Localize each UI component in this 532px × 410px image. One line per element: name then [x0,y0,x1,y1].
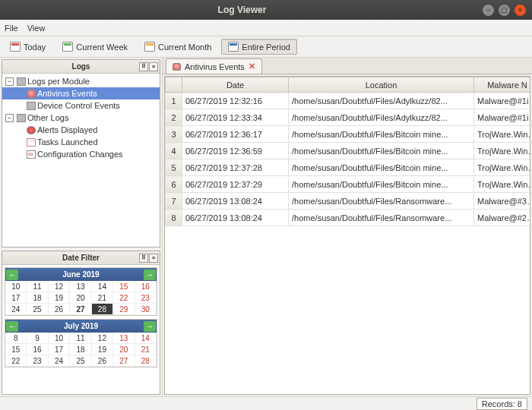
column-header-malware[interactable]: Malware N [474,77,531,93]
cell-malware: TrojWare.Win32.CoinMi [474,143,531,159]
calendar-day[interactable]: 11 [27,281,48,292]
today-button[interactable]: Today [3,39,52,55]
maximize-button[interactable]: ▢ [499,5,510,16]
menubar: File View [0,20,532,36]
menu-view[interactable]: View [27,24,46,33]
calendar-day[interactable]: 26 [49,304,70,315]
calendar-day[interactable]: 30 [135,304,157,315]
calendar-day[interactable]: 25 [70,355,91,367]
current-month-button[interactable]: Current Month [138,39,218,55]
tree-item-other-logs[interactable]: − Other Logs [2,112,160,124]
column-header-location[interactable]: Location [289,77,474,93]
folder-icon [17,114,26,122]
table-row[interactable]: 206/27/2019 12:33:34/home/susan/Doubtful… [166,109,531,126]
minimize-button[interactable]: – [483,5,494,16]
calendar-day[interactable]: 22 [113,292,135,304]
calendar-day[interactable]: 19 [92,344,113,355]
calendar-day[interactable]: 10 [5,281,27,292]
entire-period-button[interactable]: Entire Period [221,39,297,55]
logs-panel: Logs ⠿ × − Logs per Module Antivirus Eve… [2,59,160,248]
records-count: Records: 8 [477,398,527,410]
collapse-icon[interactable]: − [5,114,14,122]
calendar-day[interactable]: 18 [27,292,48,304]
calendar-month: ←June 2019→10111213141516171819202122232… [5,267,157,316]
events-grid[interactable]: Date Location Malware N 106/27/2019 12:3… [164,76,530,395]
calendar-day[interactable]: 12 [92,333,113,344]
calendar-day[interactable]: 17 [49,344,70,355]
tree-item-device-control[interactable]: Device Control Events [2,99,160,112]
current-week-button[interactable]: Current Week [55,39,135,55]
pin-icon[interactable]: ⠿ [139,62,148,71]
tree-root-logs-per-module[interactable]: − Logs per Module [2,75,160,87]
pin-icon[interactable]: ⠿ [139,254,148,263]
prev-month-icon[interactable]: ← [6,270,18,280]
calendar-day[interactable]: 23 [135,292,157,304]
calendar-day[interactable]: 27 [70,304,91,315]
calendar-day[interactable]: 24 [5,304,27,315]
cell-location: /home/susan/Doubtful/Files/Ransomware... [289,210,474,226]
calendar-day[interactable]: 14 [135,333,157,344]
calendar-day[interactable]: 19 [49,292,70,304]
table-row[interactable]: 506/27/2019 12:37:28/home/susan/Doubtful… [166,159,531,176]
calendar-day[interactable]: 20 [70,292,91,304]
tree-item-antivirus-events[interactable]: Antivirus Events [2,87,160,99]
calendar-day[interactable]: 16 [27,344,48,355]
calendar-day[interactable]: 25 [27,304,48,315]
calendar-day[interactable]: 15 [5,344,27,355]
calendar-day[interactable]: 28 [92,304,113,315]
device-icon [27,102,36,110]
alert-icon [27,126,36,134]
cell-malware: TrojWare.Win32.CoinMi [474,159,531,176]
table-row[interactable]: 106/27/2019 12:32:16/home/susan/Doubtful… [166,93,531,109]
calendar-day[interactable]: 21 [92,292,113,304]
cell-malware: Malware@#3o4z9hhlvr [474,193,531,210]
cell-location: /home/susan/Doubtful/Files/Adylkuzz/82..… [289,93,474,109]
calendar-day[interactable]: 26 [92,355,113,367]
close-panel-icon[interactable]: × [149,254,158,263]
calendar-day[interactable]: 23 [27,355,48,367]
tree-item-config[interactable]: Configuration Changes [2,148,160,160]
close-panel-icon[interactable]: × [149,62,158,71]
table-row[interactable]: 306/27/2019 12:36:17/home/susan/Doubtful… [166,126,531,143]
calendar-day[interactable]: 11 [70,333,91,344]
calendar-day[interactable]: 27 [113,355,135,367]
tree-item-tasks[interactable]: Tasks Launched [2,136,160,148]
statusbar: Records: 8 [0,396,532,410]
next-month-icon[interactable]: → [144,321,156,332]
cell-date: 06/27/2019 12:36:59 [182,143,289,159]
main-area: Antivirus Events ✕ Date Location Malware… [163,58,532,396]
calendar-day[interactable]: 28 [135,355,157,367]
close-button[interactable]: × [515,5,526,16]
calendar-day[interactable]: 22 [5,355,27,367]
calendar-day[interactable]: 15 [113,281,135,292]
calendar-day[interactable]: 18 [70,344,91,355]
calendar-day[interactable]: 16 [135,281,157,292]
calendar-day[interactable]: 10 [49,333,70,344]
row-number: 4 [166,143,182,159]
tree-item-alerts[interactable]: Alerts Displayed [2,124,160,136]
calendar-day[interactable]: 29 [113,304,135,315]
calendar-day[interactable]: 8 [5,333,27,344]
calendar-day[interactable]: 17 [5,292,27,304]
calendar-day[interactable]: 24 [49,355,70,367]
next-month-icon[interactable]: → [144,270,156,280]
calendar-day[interactable]: 12 [49,281,70,292]
menu-file[interactable]: File [5,24,18,33]
calendar-day[interactable]: 13 [113,333,135,344]
calendar-day[interactable]: 13 [70,281,91,292]
column-header-rownum[interactable] [166,77,182,93]
calendar-day[interactable]: 9 [27,333,48,344]
table-row[interactable]: 406/27/2019 12:36:59/home/susan/Doubtful… [166,143,531,159]
calendar-day[interactable]: 21 [135,344,157,355]
column-header-date[interactable]: Date [182,77,289,93]
calendar-day[interactable]: 20 [113,344,135,355]
logs-panel-header: Logs ⠿ × [2,60,160,74]
table-row[interactable]: 806/27/2019 13:08:24/home/susan/Doubtful… [166,210,531,226]
table-row[interactable]: 606/27/2019 12:37:29/home/susan/Doubtful… [166,176,531,193]
table-row[interactable]: 706/27/2019 13:08:24/home/susan/Doubtful… [166,193,531,210]
prev-month-icon[interactable]: ← [6,321,18,332]
collapse-icon[interactable]: − [5,77,14,86]
close-tab-icon[interactable]: ✕ [249,62,255,71]
tab-antivirus-events[interactable]: Antivirus Events ✕ [166,58,262,74]
calendar-day[interactable]: 14 [92,281,113,292]
